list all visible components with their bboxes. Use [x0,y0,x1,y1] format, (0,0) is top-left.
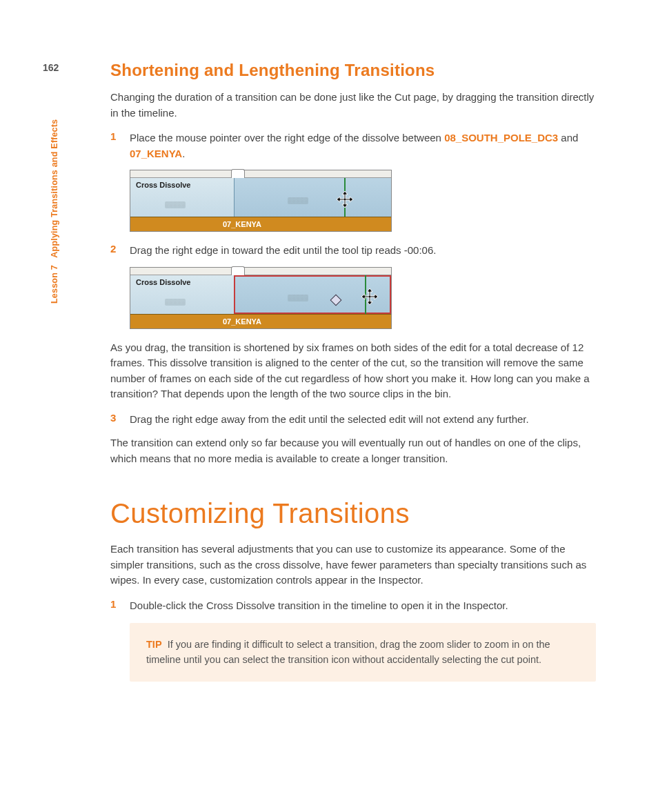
lesson-number: Lesson 7 [50,265,59,304]
clip-name: 08_SOUTH_POLE_DC3 [444,132,558,143]
step-3: 3 Drag the right edge away from the edit… [110,412,596,428]
step-2: 2 Drag the right edge in toward the edit… [110,243,596,259]
clip-name-label: 07_KENYA [130,314,391,328]
tip-callout: TIP If you are finding it difficult to s… [130,623,596,682]
timeline-ruler [130,268,391,275]
running-header: Lesson 7 Applying Transitions and Effect… [50,119,59,304]
tip-label: TIP [146,639,162,650]
step-number: 1 [110,598,130,614]
step-text: Drag the right edge in toward the edit u… [130,243,596,259]
resize-cursor-icon [335,189,355,210]
intro-paragraph-2: Each transition has several adjustments … [110,542,596,588]
timeline-clip-area: Cross Dissolve [130,178,391,217]
timeline-figure-2: Cross Dissolve 07_KENYA [130,267,392,329]
section-heading-customizing: Customizing Transitions [110,498,596,529]
step-number: 2 [110,243,130,259]
timeline-clip-area: Cross Dissolve [130,275,391,314]
closing-paragraph: The transition can extend only so far be… [110,435,596,466]
lesson-title: Applying Transitions and Effects [50,119,59,258]
step-text-part: Place the mouse pointer over the right e… [130,132,444,143]
step-text: Place the mouse pointer over the right e… [130,130,596,161]
clip-name: 07_KENYA [130,148,182,159]
section-heading-shortening: Shortening and Lengthening Transitions [110,61,596,80]
step-text-part: and [558,132,578,143]
resize-cursor-icon [359,286,380,307]
step-1b: 1 Double-click the Cross Dissolve transi… [110,598,596,614]
step-text-part: . [182,148,185,159]
tip-text: If you are finding it difficult to selec… [146,639,550,665]
step-1: 1 Place the mouse pointer over the right… [110,130,596,161]
transition-label: Cross Dissolve [136,278,190,286]
page-number: 162 [43,62,59,73]
timeline-figure-1: Cross Dissolve 07_KENYA [130,170,392,232]
step-text: Drag the right edge away from the edit u… [130,412,596,428]
step-number: 1 [110,130,130,161]
clip-name-label: 07_KENYA [130,217,391,231]
transition-label: Cross Dissolve [136,181,190,189]
intro-paragraph: Changing the duration of a transition ca… [110,90,596,121]
timeline-ruler [130,170,391,178]
step-number: 3 [110,412,130,428]
step-text: Double-click the Cross Dissolve transiti… [130,598,596,614]
body-paragraph: As you drag, the transition is shortened… [110,340,596,402]
